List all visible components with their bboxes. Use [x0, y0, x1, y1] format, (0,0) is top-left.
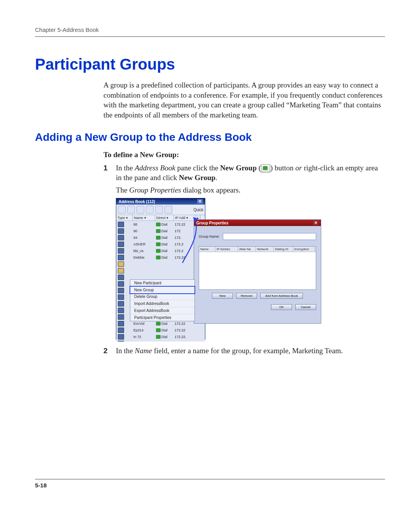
cell: 172.22: [175, 328, 196, 332]
dial-icon: [156, 342, 161, 342]
toolbar-icon[interactable]: [164, 206, 172, 214]
italic-text: Address Book: [135, 164, 175, 172]
heading-1: Participant Groups: [35, 56, 385, 73]
step-1: 1 In the Address Book pane click the New…: [103, 163, 385, 195]
text: ) button: [270, 164, 295, 172]
column-encryption[interactable]: Encryption: [293, 247, 315, 252]
group-icon: [118, 261, 124, 267]
italic-text: Group Properties: [129, 186, 181, 194]
text: dialog box appears.: [181, 186, 240, 194]
column-ip[interactable]: IP Add ▾: [174, 215, 195, 221]
text: Type: [117, 216, 125, 220]
add-from-addressbook-button[interactable]: Add from Address Book: [260, 293, 303, 299]
menu-new-group[interactable]: New Group: [130, 286, 195, 294]
column-direct[interactable]: Direct ▾: [155, 215, 174, 221]
participant-icon: [118, 308, 124, 313]
screenshot-figure: Address Book (112) ✕ Quick Type ▾ Name ▾…: [116, 198, 322, 340]
cell: Dial: [161, 335, 168, 339]
close-icon[interactable]: ✕: [313, 221, 318, 225]
group-members-table: Name IP Addres Alias Na Network Dialing …: [199, 246, 316, 290]
group-name-input[interactable]: [223, 233, 316, 240]
address-book-toolbar: Quick: [116, 205, 205, 215]
table-row[interactable]: [116, 267, 205, 274]
step-2: 2 In the Name field, enter a name for th…: [103, 346, 385, 356]
chapter-header: Chapter 5-Address Book: [35, 26, 385, 33]
cell: 172.22: [175, 256, 196, 259]
step-number: 1: [103, 163, 116, 195]
cell: Ep214: [133, 328, 156, 332]
ok-button[interactable]: OK: [271, 304, 292, 310]
cancel-button[interactable]: Cancel: [295, 304, 316, 310]
italic-text: Name: [135, 347, 152, 355]
menu-import-addressbook[interactable]: Import AddressBook: [130, 300, 194, 307]
dial-icon: [156, 222, 161, 226]
menu-participant-properties[interactable]: Participant Properties: [130, 314, 194, 321]
column-dialing[interactable]: Dialing Di: [274, 247, 293, 252]
remove-button[interactable]: Remove: [236, 293, 257, 299]
text: In the: [116, 347, 135, 355]
menu-export-addressbook[interactable]: Export AddressBook: [130, 307, 194, 314]
participant-icon: [118, 321, 124, 326]
table-row[interactable]: 90Dial172: [116, 228, 205, 234]
dial-icon: [156, 322, 161, 326]
column-type[interactable]: Type ▾: [116, 215, 133, 221]
participant-icon: [118, 275, 124, 280]
dial-icon: [156, 229, 161, 233]
table-row[interactable]: Ep214Dial172.22: [116, 327, 205, 333]
column-network[interactable]: Network: [256, 247, 274, 252]
cell: Dial: [161, 242, 168, 246]
close-icon[interactable]: ✕: [197, 199, 203, 204]
toolbar-icon[interactable]: [155, 206, 163, 214]
cell: 172.2: [175, 249, 196, 253]
cell: 88: [133, 222, 156, 226]
new-participant-icon[interactable]: [118, 206, 126, 214]
cell: Dial: [161, 322, 168, 326]
page-number: 5-18: [35, 482, 385, 489]
table-row[interactable]: 94Dial172.: [116, 234, 205, 241]
column-name[interactable]: Name ▾: [133, 215, 155, 221]
cell: Dial: [161, 229, 168, 233]
toolbar-icon[interactable]: [146, 206, 154, 214]
table-row[interactable]: DebbieDial172.22: [116, 254, 205, 261]
bold-text: New Group: [220, 164, 257, 172]
participant-icon: [118, 235, 124, 240]
address-book-window: Address Book (112) ✕ Quick Type ▾ Name ▾…: [116, 198, 205, 340]
bold-text: New Group: [179, 173, 215, 182]
column-name[interactable]: Name: [199, 247, 215, 252]
participant-icon: [118, 294, 124, 300]
table-row[interactable]: 88Dial172.22: [116, 221, 205, 228]
group-name-label: Group Name:: [199, 235, 220, 238]
dial-icon: [156, 328, 161, 332]
participant-icon: [118, 222, 124, 227]
page-footer: 5-18: [35, 479, 385, 489]
delete-icon[interactable]: [136, 206, 144, 214]
table-row[interactable]: [116, 261, 205, 267]
cell: 172.22.: [175, 335, 196, 339]
cell: Debbie: [133, 256, 156, 259]
cell: Ipower: [133, 342, 156, 342]
new-button[interactable]: New: [212, 293, 233, 299]
table-row[interactable]: IpowerDial172.22.: [116, 340, 205, 342]
cell: Dial: [161, 222, 168, 226]
new-group-icon[interactable]: [127, 206, 135, 214]
address-book-header-row: Type ▾ Name ▾ Direct ▾ IP Add ▾ ▴: [116, 215, 205, 221]
dial-icon: [156, 335, 161, 339]
menu-delete-group[interactable]: Delete Group: [130, 293, 194, 300]
intro-paragraph: A group is a predefined collection of pa…: [103, 80, 385, 120]
table-row[interactable]: ASHERDial172.2: [116, 241, 205, 247]
column-alias[interactable]: Alias Na: [238, 247, 256, 252]
cell: 94: [133, 236, 156, 240]
participant-icon: [118, 314, 124, 320]
cell: Dial: [161, 249, 168, 253]
text: pane click the: [175, 164, 220, 172]
step-number: 2: [103, 346, 116, 356]
cell: 90: [133, 229, 156, 233]
address-book-rows: 88Dial172.22 90Dial172 94Dial172. ASHERD…: [116, 221, 205, 342]
participant-icon: [118, 288, 124, 293]
text: The: [116, 186, 129, 194]
text: field, enter a name for the group, for e…: [152, 347, 343, 355]
table-row[interactable]: bbi_vsDial172.2: [116, 247, 205, 254]
table-row[interactable]: In 72Dial172.22.: [116, 333, 205, 340]
column-ip[interactable]: IP Addres: [215, 247, 238, 252]
cell: 172.2: [175, 242, 196, 246]
